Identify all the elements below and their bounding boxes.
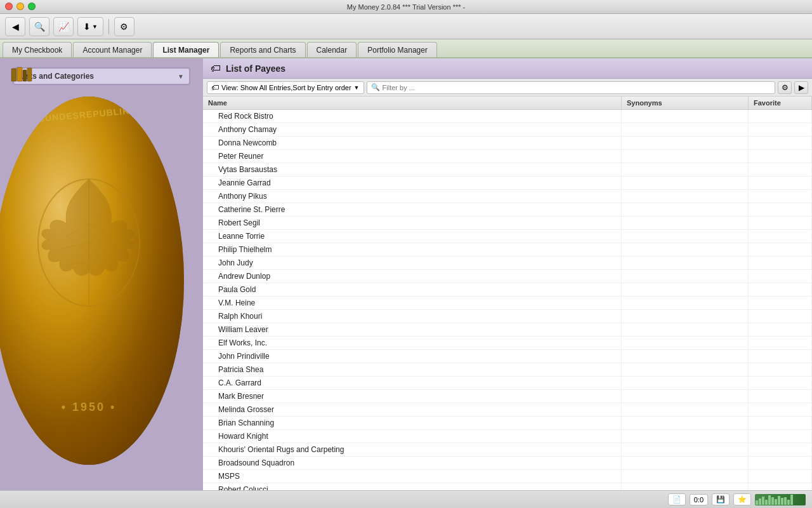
payee-favorite <box>749 283 812 296</box>
payee-synonyms <box>622 217 749 229</box>
tab-portfolio-manager[interactable]: Portfolio Manager <box>358 42 437 57</box>
table-row[interactable]: John Prindiville <box>203 350 812 363</box>
back-icon: ◀ <box>12 22 19 32</box>
table-row[interactable]: Andrew Dunlop <box>203 270 812 283</box>
save-button[interactable]: 💾 <box>712 493 730 505</box>
table-row[interactable]: Mark Bresner <box>203 390 812 403</box>
settings-button[interactable]: ⚙ <box>114 17 134 36</box>
table-row[interactable]: Khouris' Oriental Rugs and Carpeting <box>203 443 812 457</box>
payee-name: Ralph Khouri <box>203 310 622 323</box>
payee-favorite <box>749 203 812 216</box>
table-row[interactable]: Red Rock Bistro <box>203 110 812 123</box>
window-title: My Money 2.0.84 *** Trial Version *** - <box>347 3 465 11</box>
table-row[interactable]: Philip Thielhelm <box>203 243 812 257</box>
tab-bar: My Checkbook Account Manager List Manage… <box>0 39 812 58</box>
table-settings-button[interactable]: ⚙ <box>778 81 792 94</box>
page-icon-button[interactable]: 📄 <box>668 493 686 505</box>
table-row[interactable]: Howard Knight <box>203 430 812 443</box>
counter-text: 0:0 <box>694 496 704 504</box>
add-column-button[interactable]: ▶ <box>794 81 808 94</box>
filter-box[interactable]: 🔍 <box>367 81 775 94</box>
table-row[interactable]: MSPS <box>203 470 812 483</box>
table-row[interactable]: Paula Gold <box>203 283 812 297</box>
table-row[interactable]: Melinda Grosser <box>203 403 812 417</box>
payee-synonyms <box>622 190 749 203</box>
table-row[interactable]: Patricia Shea <box>203 363 812 377</box>
table-row[interactable]: Donna Newcomb <box>203 137 812 150</box>
payee-synonyms <box>622 377 749 389</box>
coin-image: BUNDESREPUBLIK D • 1950 • BUNDES <box>0 97 184 465</box>
table-row[interactable]: Broadsound Squadron <box>203 457 812 470</box>
table-row[interactable]: John Judy <box>203 257 812 270</box>
payee-synonyms <box>622 310 749 323</box>
maximize-button[interactable] <box>28 3 36 10</box>
payee-favorite <box>749 177 812 189</box>
download-button[interactable]: ⬇ ▼ <box>77 17 103 36</box>
payee-synonyms <box>622 110 749 123</box>
payee-favorite <box>749 217 812 229</box>
payee-synonyms <box>622 123 749 136</box>
table-row[interactable]: Elf Works, Inc. <box>203 337 812 350</box>
payee-name: William Leaver <box>203 323 622 336</box>
payee-name: Melinda Grosser <box>203 403 622 416</box>
payee-favorite <box>749 483 812 490</box>
table-row[interactable]: Ralph Khouri <box>203 310 812 323</box>
minimize-button[interactable] <box>16 3 24 10</box>
table-row[interactable]: Vytas Barsaustas <box>203 163 812 177</box>
table-row[interactable]: Robert Colucci <box>203 483 812 490</box>
tab-reports-charts[interactable]: Reports and Charts <box>220 42 305 57</box>
payee-synonyms <box>622 337 749 349</box>
payee-synonyms <box>622 470 749 483</box>
table-row[interactable]: Robert Segil <box>203 217 812 230</box>
list-icon: 🏷 <box>211 63 221 74</box>
table-header: Name Synonyms Favorite <box>203 97 812 110</box>
download-icon: ⬇ <box>83 22 91 32</box>
payee-favorite <box>749 350 812 363</box>
table-row[interactable]: Anthony Chamay <box>203 123 812 137</box>
payees-list: Red Rock Bistro Anthony Chamay Donna New… <box>203 110 812 490</box>
payee-name: Brian Schanning <box>203 417 622 429</box>
table-row[interactable]: Catherine St. Pierre <box>203 203 812 217</box>
table-row[interactable]: Brian Schanning <box>203 417 812 430</box>
list-toolbar: 🏷 View: Show All Entries,Sort by Entry o… <box>203 79 812 97</box>
payee-synonyms <box>622 403 749 416</box>
payee-favorite <box>749 403 812 416</box>
view-selector[interactable]: 🏷 View: Show All Entries,Sort by Entry o… <box>207 81 364 94</box>
tab-calendar[interactable]: Calendar <box>307 42 357 57</box>
search-button[interactable]: 🔍 <box>29 17 49 36</box>
tab-account-manager[interactable]: Account Manager <box>73 42 152 57</box>
filter-input[interactable] <box>383 84 771 91</box>
tab-list-manager[interactable]: List Manager <box>153 42 219 57</box>
payee-synonyms <box>622 417 749 429</box>
column-name: Name <box>203 97 622 109</box>
chart-bar <box>771 497 774 504</box>
payee-synonyms <box>622 150 749 163</box>
sidebar: Lists and Categories ▼ BUNDESREPUBLIK <box>0 58 203 490</box>
lists-categories-selector[interactable]: Lists and Categories ▼ <box>13 67 190 85</box>
star-button[interactable]: ⭐ <box>733 493 751 505</box>
tab-my-checkbook[interactable]: My Checkbook <box>3 42 72 57</box>
payee-synonyms <box>622 457 749 469</box>
chart-bar <box>781 498 783 504</box>
window-controls[interactable] <box>5 3 36 10</box>
svg-rect-3 <box>27 68 32 81</box>
table-row[interactable]: Anthony Pikus <box>203 190 812 203</box>
table-row[interactable]: C.A. Garrard <box>203 377 812 390</box>
table-row[interactable]: Jeannie Garrad <box>203 177 812 190</box>
payee-synonyms <box>622 283 749 296</box>
dropdown-arrow-icon: ▼ <box>92 23 98 30</box>
chart-button[interactable]: 📈 <box>53 17 74 36</box>
payee-favorite <box>749 390 812 403</box>
table-row[interactable]: Leanne Torrie <box>203 230 812 243</box>
payee-name: Leanne Torrie <box>203 230 622 243</box>
back-button[interactable]: ◀ <box>5 17 25 36</box>
payee-synonyms <box>622 203 749 216</box>
table-row[interactable]: William Leaver <box>203 323 812 337</box>
table-row[interactable]: V.M. Heine <box>203 297 812 310</box>
payee-favorite <box>749 363 812 376</box>
panel-header: 🏷 List of Payees <box>203 58 812 79</box>
panel-title: List of Payees <box>226 64 285 74</box>
payees-table[interactable]: Name Synonyms Favorite Red Rock Bistro A… <box>203 97 812 490</box>
table-row[interactable]: Peter Reuner <box>203 150 812 163</box>
close-button[interactable] <box>5 3 13 10</box>
